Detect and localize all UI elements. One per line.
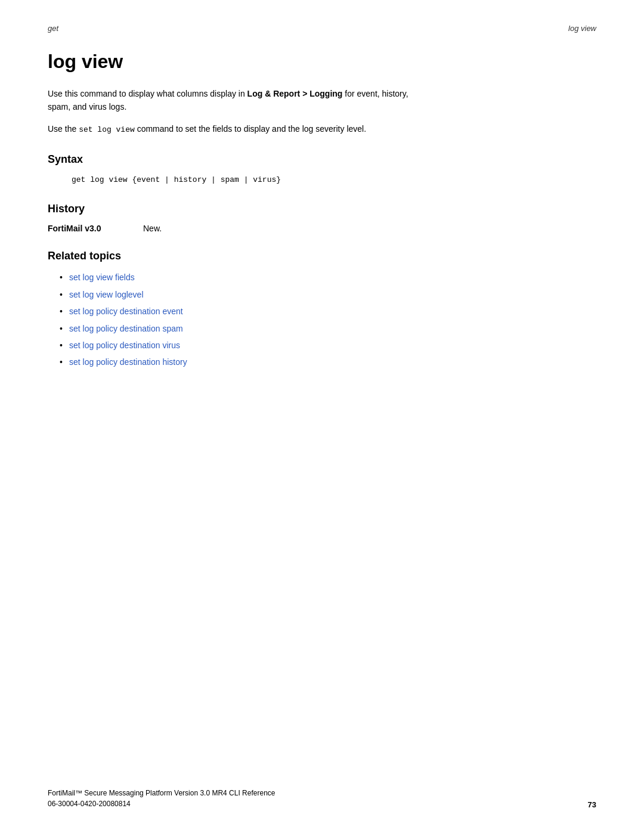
syntax-code-block: get log view {event | history | spam | v… [72, 174, 596, 187]
footer-line1: FortiMail™ Secure Messaging Platform Ver… [48, 788, 275, 798]
header-bar: get log view [48, 24, 596, 33]
intro-paragraph-2: Use the set log view command to set the … [48, 122, 596, 137]
related-topics-heading: Related topics [48, 250, 596, 262]
history-table: FortiMail v3.0New. [48, 224, 596, 233]
intro-prefix: Use this command to display what columns… [48, 89, 247, 98]
footer-left: FortiMail™ Secure Messaging Platform Ver… [48, 788, 275, 809]
related-link-4[interactable]: set log policy destination virus [69, 340, 180, 350]
footer: FortiMail™ Secure Messaging Platform Ver… [48, 788, 596, 809]
intro-line3-prefix: Use the [48, 124, 79, 134]
page-title: log view [48, 51, 596, 73]
list-item: set log policy destination virus [60, 339, 596, 352]
history-section: History FortiMail v3.0New. [48, 203, 596, 233]
header-right: log view [568, 24, 596, 33]
intro-paragraph-1: Use this command to display what columns… [48, 87, 596, 114]
intro-suffix: for event, history, [342, 89, 408, 98]
header-left: get [48, 24, 58, 33]
related-link-5[interactable]: set log policy destination history [69, 357, 187, 367]
list-item: set log policy destination spam [60, 322, 596, 335]
related-link-2[interactable]: set log policy destination event [69, 306, 183, 316]
history-row: FortiMail v3.0New. [48, 224, 596, 233]
intro-line2: spam, and virus logs. [48, 102, 126, 112]
list-item: set log policy destination event [60, 305, 596, 318]
list-item: set log view fields [60, 271, 596, 284]
history-desc: New. [143, 224, 162, 233]
history-heading: History [48, 203, 596, 215]
related-topics-list: set log view fieldsset log view loglevel… [60, 271, 596, 368]
related-topics-section: Related topics set log view fieldsset lo… [48, 250, 596, 368]
footer-page-number: 73 [588, 800, 596, 809]
intro-bold: Log & Report > Logging [247, 89, 343, 98]
footer-line2: 06-30004-0420-20080814 [48, 798, 275, 809]
history-version: FortiMail v3.0 [48, 224, 143, 233]
related-link-1[interactable]: set log view loglevel [69, 290, 144, 299]
syntax-code: get log view {event | history | spam | v… [72, 175, 281, 184]
list-item: set log policy destination history [60, 355, 596, 368]
list-item: set log view loglevel [60, 288, 596, 301]
related-link-0[interactable]: set log view fields [69, 272, 135, 282]
syntax-heading: Syntax [48, 153, 596, 166]
intro-line3-suffix: command to set the fields to display and… [135, 124, 366, 134]
related-link-3[interactable]: set log policy destination spam [69, 324, 183, 333]
inline-command: set log view [79, 125, 135, 134]
page-container: get log view log view Use this command t… [0, 0, 644, 833]
